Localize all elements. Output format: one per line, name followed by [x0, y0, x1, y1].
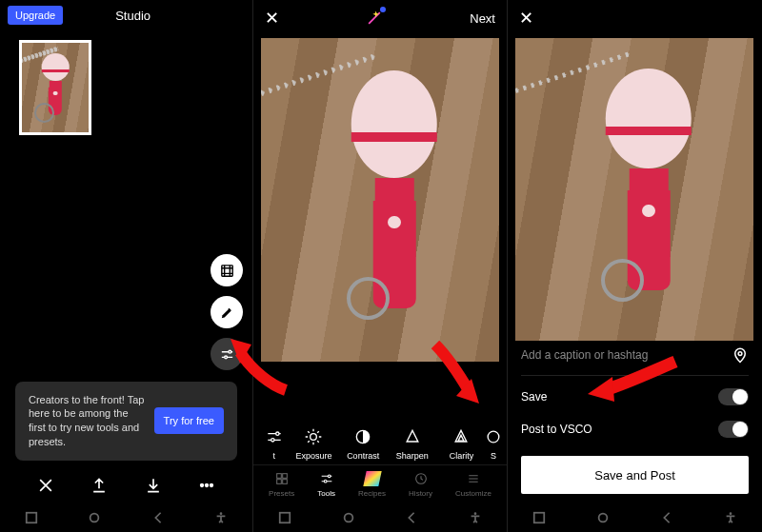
tab-customize[interactable]: Customize: [455, 471, 491, 498]
adjust-button[interactable]: [211, 338, 243, 370]
accessibility-icon[interactable]: [724, 511, 737, 524]
svg-point-27: [729, 512, 732, 515]
more-button[interactable]: [196, 475, 217, 496]
home-icon[interactable]: [596, 511, 610, 524]
photo-preview: [515, 38, 753, 341]
svg-point-4: [206, 484, 209, 487]
download-icon: [144, 476, 163, 495]
android-navbar: [0, 503, 252, 532]
svg-point-24: [738, 352, 742, 356]
home-icon[interactable]: [342, 511, 355, 524]
close-button[interactable]: ✕: [265, 8, 279, 29]
filmstrip-button[interactable]: [211, 254, 243, 286]
svg-point-19: [324, 480, 327, 483]
edit-icon: [219, 305, 235, 321]
android-navbar: [508, 503, 762, 532]
tool-sharpen[interactable]: Sharpen: [389, 427, 436, 461]
tool-adjust[interactable]: t: [260, 427, 289, 461]
close-button[interactable]: ✕: [519, 8, 533, 29]
share-button[interactable]: [89, 475, 110, 496]
edit-button[interactable]: [211, 296, 243, 328]
try-free-button[interactable]: Try for free: [154, 407, 224, 434]
studio-screen: Upgrade Studio Creators to: [0, 0, 253, 532]
studio-title: Studio: [115, 9, 150, 23]
filmstrip-icon: [219, 263, 235, 279]
save-toggle[interactable]: [718, 388, 749, 405]
back-icon[interactable]: [660, 511, 673, 524]
photo-thumbnail[interactable]: [19, 40, 91, 135]
location-button[interactable]: [732, 346, 749, 364]
svg-point-26: [599, 514, 608, 522]
tab-tools[interactable]: Tools: [317, 471, 335, 498]
tools-icon: [319, 471, 334, 486]
tool-label: t: [273, 451, 276, 461]
accessibility-icon[interactable]: [214, 511, 228, 524]
history-icon: [413, 471, 429, 486]
svg-rect-25: [534, 513, 545, 523]
svg-point-5: [211, 484, 213, 487]
svg-point-8: [220, 512, 223, 515]
android-navbar: [253, 503, 507, 532]
upgrade-button[interactable]: Upgrade: [8, 6, 63, 25]
tab-presets[interactable]: Presets: [269, 471, 294, 498]
download-button[interactable]: [143, 475, 164, 496]
recent-apps-icon[interactable]: [532, 511, 546, 524]
close-button[interactable]: [35, 475, 56, 496]
clarity-icon: [451, 427, 471, 446]
notification-badge: [380, 7, 386, 12]
save-option: Save: [521, 388, 749, 405]
sliders-icon: [265, 427, 284, 446]
post-header: ✕: [508, 0, 762, 36]
promo-banner: Creators to the front! Tap here to be am…: [15, 382, 237, 461]
tool-more[interactable]: S: [487, 427, 500, 461]
post-vsco-toggle[interactable]: [718, 421, 749, 438]
studio-header: Upgrade Studio: [0, 0, 252, 30]
svg-point-23: [473, 512, 476, 515]
home-icon[interactable]: [88, 511, 101, 524]
studio-dropdown[interactable]: Studio: [115, 9, 154, 23]
tab-label: Tools: [317, 489, 335, 498]
tool-row: t Exposure Contrast Sharpen Clarity S: [253, 427, 507, 461]
back-icon[interactable]: [405, 511, 418, 524]
tab-recipes[interactable]: Recipes: [358, 471, 386, 498]
magic-button[interactable]: [365, 9, 384, 28]
save-label: Save: [521, 390, 547, 404]
svg-rect-15: [282, 474, 287, 479]
tool-contrast[interactable]: Contrast: [339, 427, 387, 461]
tab-label: Presets: [269, 489, 294, 498]
tool-label: Clarity: [450, 451, 474, 461]
photo-preview[interactable]: [261, 38, 499, 362]
svg-rect-21: [280, 513, 291, 523]
caption-input[interactable]: Add a caption or hashtag: [521, 348, 648, 362]
post-vsco-option: Post to VSCO: [521, 421, 749, 438]
svg-point-22: [344, 514, 352, 522]
svg-point-9: [275, 432, 278, 435]
recent-apps-icon[interactable]: [25, 511, 38, 524]
studio-action-bar: [0, 467, 252, 503]
accessibility-icon[interactable]: [469, 511, 482, 524]
svg-point-10: [271, 439, 273, 442]
presets-icon: [274, 471, 290, 486]
sharpen-icon: [403, 427, 422, 446]
save-and-post-button[interactable]: Save and Post: [521, 456, 749, 494]
contrast-icon: [353, 427, 372, 446]
more-icon: [197, 476, 216, 495]
sliders-icon: [219, 346, 235, 363]
svg-point-1: [228, 350, 231, 353]
svg-rect-14: [276, 474, 281, 479]
divider: [521, 375, 749, 376]
tab-label: Customize: [455, 489, 491, 498]
tool-label: S: [491, 451, 496, 461]
tab-label: Recipes: [358, 489, 386, 498]
post-vsco-label: Post to VSCO: [521, 423, 592, 436]
sat-icon: [487, 427, 500, 446]
recent-apps-icon[interactable]: [278, 511, 291, 524]
svg-rect-0: [221, 265, 231, 275]
back-icon[interactable]: [151, 511, 165, 524]
tool-clarity[interactable]: Clarity: [437, 427, 485, 461]
tool-exposure[interactable]: Exposure: [290, 427, 337, 461]
svg-point-18: [328, 475, 331, 478]
next-button[interactable]: Next: [470, 11, 495, 26]
tab-label: History: [409, 489, 432, 498]
tab-history[interactable]: History: [409, 471, 432, 498]
